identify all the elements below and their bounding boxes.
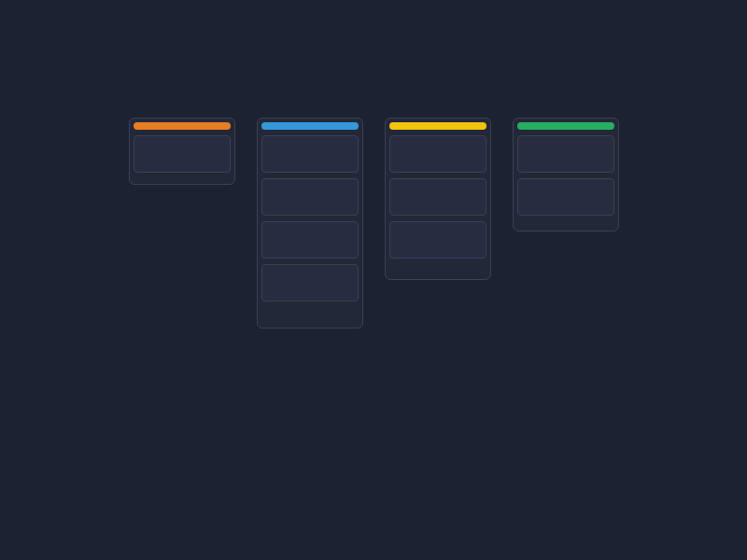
- kanban-card[interactable]: [261, 264, 359, 301]
- kanban-card[interactable]: [261, 135, 359, 173]
- kanban-column-0[interactable]: [129, 118, 235, 185]
- kanban-card[interactable]: [134, 135, 231, 173]
- column-header-bar: [261, 122, 359, 130]
- kanban-card[interactable]: [517, 135, 614, 173]
- kanban-card[interactable]: [517, 178, 614, 216]
- kanban-card[interactable]: [389, 221, 486, 259]
- kanban-card[interactable]: [261, 221, 359, 259]
- kanban-card[interactable]: [261, 178, 359, 216]
- kanban-column-1[interactable]: [257, 118, 363, 329]
- column-header-bar: [517, 122, 614, 130]
- column-header-bar: [389, 122, 486, 130]
- kanban-board: [0, 0, 747, 560]
- kanban-card[interactable]: [389, 178, 486, 216]
- kanban-column-2[interactable]: [385, 118, 491, 280]
- kanban-card[interactable]: [389, 135, 486, 173]
- column-header-bar: [134, 122, 231, 130]
- kanban-column-3[interactable]: [513, 118, 619, 231]
